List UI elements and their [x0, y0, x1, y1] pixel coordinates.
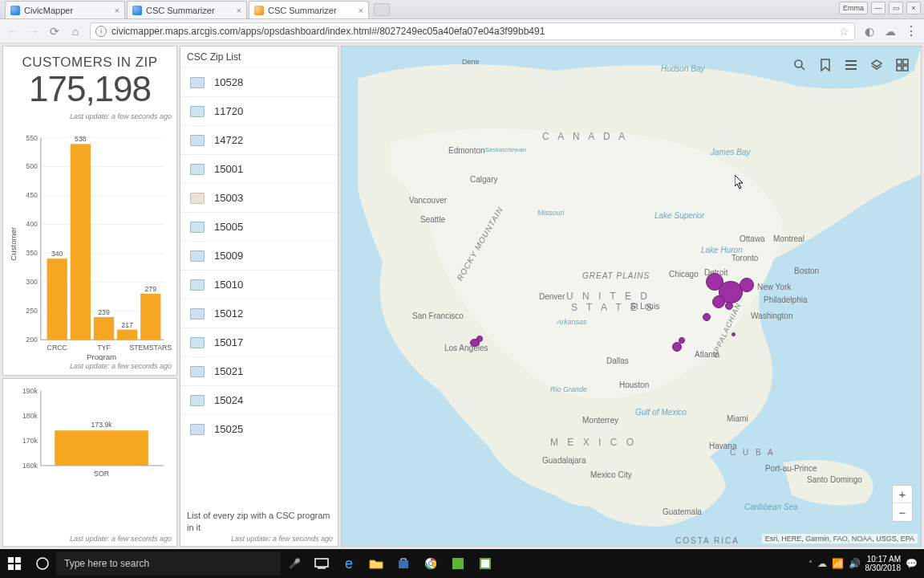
map-cluster[interactable] [679, 337, 685, 344]
tray-onedrive-icon[interactable]: ☁ [817, 558, 827, 569]
zip-list-last-update: Last update: a few seconds ago [231, 535, 333, 543]
new-tab-button[interactable] [374, 3, 390, 16]
folder-icon [190, 395, 205, 406]
cortana-icon[interactable] [29, 549, 56, 578]
window-close[interactable]: × [906, 2, 921, 14]
taskbar-app-store[interactable] [390, 549, 417, 578]
home-button[interactable]: ⌂ [69, 25, 82, 38]
svg-text:550: 550 [26, 134, 38, 142]
map-legend-icon[interactable] [844, 58, 858, 72]
close-icon[interactable]: × [359, 6, 363, 15]
svg-text:538: 538 [75, 135, 87, 143]
task-view-icon[interactable] [308, 549, 335, 578]
zip-list-item[interactable]: 15024 [180, 385, 338, 414]
map-search-icon[interactable] [792, 58, 807, 72]
svg-text:CRCC: CRCC [47, 344, 67, 352]
map-cluster[interactable] [732, 332, 736, 336]
svg-text:Program: Program [87, 352, 116, 360]
kpi-last-update: Last update: a few seconds ago [3, 112, 176, 124]
map-cluster[interactable] [740, 278, 754, 292]
windows-taskbar: Type here to search 🎤 e ˄ ☁ 📶 🔊 10:17 AM… [0, 549, 924, 578]
svg-rect-51 [8, 557, 14, 563]
tray-chevron-icon[interactable]: ˄ [808, 560, 813, 568]
zip-list-item[interactable]: 15010 [180, 270, 338, 299]
bookmark-star-icon[interactable]: ☆ [839, 25, 849, 38]
folder-icon [190, 193, 205, 204]
zip-list-description: List of every zip with a CSC program in … [180, 505, 338, 533]
map-layers-icon[interactable] [869, 58, 884, 72]
taskbar-app-green2[interactable] [472, 549, 499, 578]
zip-list-item[interactable]: 11720 [180, 96, 338, 125]
favicon [132, 6, 142, 15]
map-cluster[interactable] [476, 336, 483, 342]
zip-list-scroll[interactable]: 10528 11720 14722 15001 15003 15005 1500… [180, 67, 338, 505]
back-button[interactable]: ← [6, 25, 19, 38]
taskbar-mic-icon[interactable]: 🎤 [281, 549, 308, 578]
taskbar-app-chrome[interactable] [417, 549, 444, 578]
address-bar[interactable]: i civicmapper.maps.arcgis.com/apps/opsda… [90, 22, 855, 40]
svg-rect-58 [399, 560, 408, 568]
reload-button[interactable]: ⟳ [48, 25, 61, 38]
browser-tab-2[interactable]: CSC Summarizer × [249, 1, 369, 18]
taskbar-search[interactable]: Type here to search [56, 552, 281, 576]
zip-list-item[interactable]: 15017 [180, 328, 338, 356]
zip-list-title: CSC Zip List [180, 47, 338, 67]
map-label-mexico: M E X I C O [550, 437, 637, 448]
tray-wifi-icon[interactable]: 📶 [832, 558, 844, 569]
svg-text:190k: 190k [22, 387, 38, 395]
tab-label: CivicMapper [24, 6, 73, 15]
zip-list-item[interactable]: 15009 [180, 241, 338, 270]
svg-text:279: 279 [144, 285, 156, 293]
window-minimize[interactable]: — [871, 2, 886, 14]
favicon [254, 6, 264, 15]
forward-button[interactable]: → [27, 25, 40, 38]
svg-point-61 [429, 562, 432, 565]
url-text: civicmapper.maps.arcgis.com/apps/opsdash… [111, 26, 545, 37]
map-panel[interactable]: C A N A D A U N I T E D S T A T E S M E … [341, 46, 922, 547]
taskbar-app-explorer[interactable] [363, 549, 390, 578]
map-cluster[interactable] [725, 302, 733, 310]
extensions-icon[interactable]: ◐ [863, 25, 876, 38]
tray-notifications-icon[interactable]: 💬 [906, 558, 918, 569]
site-info-icon[interactable]: i [95, 26, 107, 37]
zip-list-item[interactable]: 15025 [180, 414, 338, 443]
map-attribution: Esri, HERE, Garmin, FAO, NOAA, USGS, EPA [762, 534, 918, 543]
zip-list-item[interactable]: 15012 [180, 299, 338, 328]
map-toolbar [789, 55, 913, 75]
tray-volume-icon[interactable]: 🔊 [849, 558, 861, 569]
dashboard: CUSTOMERS IN ZIP 175,198 Last update: a … [0, 43, 924, 549]
svg-text:450: 450 [26, 191, 38, 199]
browser-tab-0[interactable]: CivicMapper × [5, 1, 125, 18]
folder-icon [190, 222, 205, 233]
map-canvas[interactable]: C A N A D A U N I T E D S T A T E S M E … [342, 47, 921, 546]
window-user-badge[interactable]: Emma [839, 2, 868, 14]
close-icon[interactable]: × [115, 6, 120, 15]
zoom-in-button[interactable]: + [893, 486, 912, 503]
browser-tab-1[interactable]: CSC Summarizer × [127, 1, 247, 18]
svg-text:180k: 180k [22, 412, 38, 420]
zip-list-item[interactable]: 15021 [180, 356, 338, 385]
svg-text:239: 239 [98, 308, 110, 316]
svg-text:Customer: Customer [9, 226, 18, 261]
map-cluster[interactable] [703, 313, 711, 321]
kpi-card: CUSTOMERS IN ZIP 175,198 [3, 47, 176, 112]
sor-bar-chart[interactable]: 190k 180k 170k 160k 173.9k SOR [3, 379, 176, 535]
window-maximize[interactable]: ▭ [889, 2, 903, 14]
map-cluster[interactable] [712, 295, 725, 308]
taskbar-app-green1[interactable] [444, 549, 472, 578]
chrome-menu-icon[interactable]: ⋮ [905, 23, 918, 39]
taskbar-clock[interactable]: 10:17 AM 8/30/2018 [865, 555, 902, 572]
zip-list-item[interactable]: 10528 [180, 67, 338, 96]
taskbar-app-edge[interactable]: e [335, 549, 363, 578]
program-bar-chart[interactable]: 550 500 450 400 350 300 250 200 [3, 124, 176, 362]
zip-list-item[interactable]: 15001 [180, 154, 338, 183]
start-button[interactable] [0, 549, 29, 578]
map-bookmark-icon[interactable] [818, 58, 833, 72]
zoom-out-button[interactable]: − [893, 503, 912, 521]
profile-icon[interactable]: ☁ [884, 25, 897, 38]
zip-list-item[interactable]: 15005 [180, 212, 338, 241]
zip-list-item[interactable]: 15003 [180, 183, 338, 212]
close-icon[interactable]: × [237, 6, 241, 15]
zip-list-item[interactable]: 14722 [180, 125, 338, 154]
map-basemap-icon[interactable] [895, 58, 910, 72]
